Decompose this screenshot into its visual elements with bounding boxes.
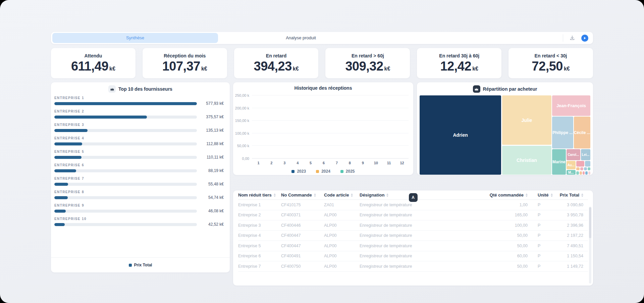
treemap-cell-small (580, 167, 583, 170)
supplier-bar-track (54, 102, 197, 105)
sort-icon (314, 193, 316, 197)
treemap-cell: M... (567, 170, 576, 175)
treemap-cell-small (576, 167, 580, 170)
kpi-unit: k€ (384, 66, 390, 72)
buyer-repartition-panel: Répartition par acheteur AdrienJulieChri… (417, 82, 593, 175)
treemap-cell: Christian (502, 146, 551, 175)
kpi-value-wrap: 12,42k€ (440, 59, 478, 74)
table-header-cell[interactable]: Unité (528, 192, 554, 198)
table-cell: Enregistreur de température (360, 244, 484, 248)
table-scrollbar[interactable] (589, 207, 591, 284)
tab-synthese[interactable]: Synthèse (52, 33, 218, 43)
legend-swatch (291, 170, 294, 173)
table-cell: 165,00 (484, 213, 528, 217)
supplier-name: ENTREPRISE 6 (54, 163, 224, 167)
top10-item: ENTREPRISE 3135,13 k€ (54, 123, 224, 133)
dashboard-content: Synthèse Analyse produit (51, 32, 593, 286)
kpi-label: En retard > 60j (352, 53, 384, 58)
table-header-cell[interactable]: Prix Total (554, 192, 588, 198)
orders-table-panel: A Nom réduit tiersNo CommandeCode articl… (233, 190, 593, 286)
treemap-cell: Cécile ... (574, 117, 590, 149)
treemap-cell: Adrien (420, 95, 501, 175)
kpi-label: En retard (266, 53, 286, 58)
table-cell: Entreprise 2 (238, 213, 281, 217)
kpi-value-wrap: 72,50k€ (532, 59, 570, 74)
table-cell: Entreprise 3 (238, 223, 281, 228)
table-header-cell[interactable]: Désignation (360, 192, 484, 198)
hist-title-row: Historique des réceptions (233, 85, 413, 91)
table-scrollbar-thumb[interactable] (589, 207, 591, 238)
table-cell: CF400447 (281, 244, 324, 248)
treemap-cell: Philippe ... (552, 117, 573, 149)
table-cell: Enregistreur de température (360, 213, 484, 217)
supplier-bar-track (54, 129, 197, 132)
table-row[interactable]: Entreprise 6CF400491ALP00Enregistreur de… (238, 251, 588, 262)
table-cell: Entreprise 5 (238, 244, 281, 248)
treemap-cell: Carol... (567, 149, 580, 160)
table-cell: Entreprise 1 (238, 203, 281, 207)
supplier-bar-row: 135,13 k€ (54, 128, 224, 133)
table-cell: Enregistreur de température (360, 203, 484, 207)
download-button[interactable] (569, 35, 575, 41)
table-cell: ZA01 (324, 203, 360, 207)
table-cell: Enregistreur de température (360, 233, 484, 238)
tab-analyse-produit[interactable]: Analyse produit (218, 33, 384, 43)
treemap-cell-small (576, 171, 579, 175)
table-row[interactable]: Entreprise 7CF400750ALP00Enregistreur de… (238, 261, 588, 272)
table-cell: 50,00 (484, 264, 528, 269)
month-label: 2 (265, 161, 278, 165)
supplier-bar-row: 54,74 k€ (54, 195, 224, 200)
table-cell: CF410175 (281, 203, 324, 207)
kpi-card: En retard > 60j309,32k€ (325, 48, 410, 78)
supplier-value: 46,08 k€ (200, 209, 224, 213)
month-label: 11 (382, 161, 395, 165)
supplier-bar (54, 223, 65, 226)
table-row[interactable]: Entreprise 4CF400447ALP00Enregistreur de… (238, 231, 588, 241)
table-cell: Entreprise 7 (238, 264, 281, 269)
charts-row: Historique des réceptions 0,0050,00 k100… (233, 82, 593, 175)
kpi-value-wrap: 394,23k€ (254, 59, 299, 74)
top10-item: ENTREPRISE 854,74 k€ (54, 190, 224, 200)
legend-item: 2025 (340, 169, 355, 174)
receptions-history-panel: Historique des réceptions 0,0050,00 k100… (233, 82, 413, 175)
supplier-value: 55,48 k€ (200, 182, 224, 186)
treemap-title-row: Répartition par acheteur (417, 85, 593, 93)
table-row[interactable]: Entreprise 3CF400446ALP00Enregistreur de… (238, 220, 588, 231)
sort-icon (386, 193, 388, 197)
supplier-bar-row: 577,93 k€ (54, 101, 224, 106)
column-label: Désignation (360, 192, 384, 198)
supplier-name: ENTREPRISE 2 (54, 110, 224, 113)
sort-icon (274, 193, 276, 197)
top10-item: ENTREPRISE 755,48 k€ (54, 177, 224, 186)
kpi-value: 394,23 (254, 59, 292, 74)
kpi-label: Attendu (84, 53, 102, 58)
table-cell: 7 490,51 (554, 244, 588, 248)
table-cell: P (528, 203, 554, 207)
table-header-cell[interactable]: Code article (324, 192, 360, 198)
top10-title-row: Top 10 des fournisseurs (51, 85, 230, 93)
table-cell: 3 090,60 (554, 203, 588, 207)
legend-swatch-prix-total (129, 264, 132, 267)
kpi-card: En retard394,23k€ (234, 48, 319, 78)
table-cell: ALP00 (324, 264, 360, 269)
table-cell: Enregistreur de température (360, 264, 484, 269)
supplier-name: ENTREPRISE 1 (54, 96, 224, 100)
kpi-card: En retard 30j à 60j12,42k€ (417, 48, 501, 78)
table-header-cell[interactable]: Qté commandée (484, 192, 528, 198)
supplier-name: ENTREPRISE 5 (54, 150, 224, 154)
supplier-bar-track (54, 142, 197, 145)
hist-title: Historique des réceptions (294, 85, 352, 91)
table-cell: 60,00 (484, 254, 528, 258)
table-header-cell[interactable]: No Commande (281, 192, 324, 198)
table-row[interactable]: Entreprise 5CF400447ALP00Enregistreur de… (238, 241, 588, 251)
table-row[interactable]: Entreprise 2CF400371ALP00Enregistreur de… (238, 210, 588, 221)
tab-bar: Synthèse Analyse produit (51, 32, 593, 44)
supplier-bar-row: 88,19 k€ (54, 168, 224, 173)
table-header-cell[interactable]: Nom réduit tiers (238, 192, 281, 198)
sort-icon (551, 193, 553, 197)
run-button[interactable] (581, 35, 588, 42)
kpi-unit: k€ (109, 66, 115, 72)
column-label: No Commande (281, 192, 312, 198)
crown-icon (108, 85, 116, 93)
supplier-name: ENTREPRISE 8 (54, 190, 224, 194)
